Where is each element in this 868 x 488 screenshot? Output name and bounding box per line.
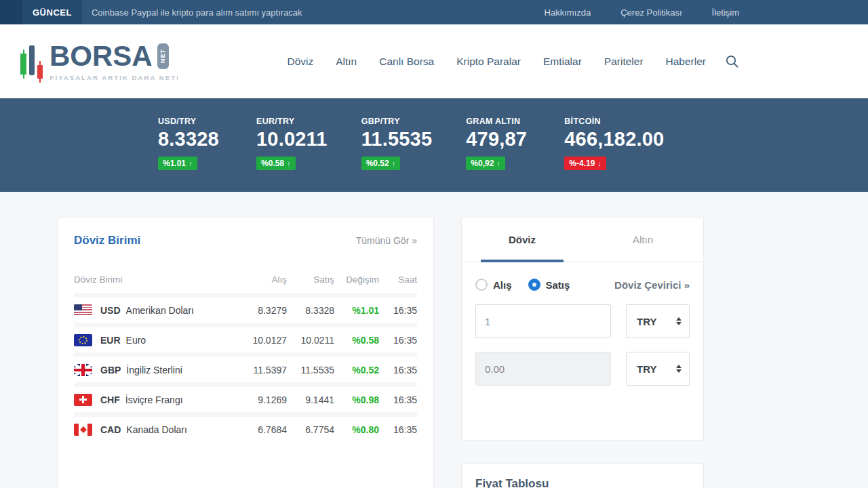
see-all-link[interactable]: Tümünü Gör »	[356, 235, 417, 246]
ticker-item[interactable]: EUR/TRY 10.0211 %0.58 ↑	[256, 117, 328, 192]
time-value: 16:35	[379, 305, 417, 316]
sell-value: 11.5535	[287, 365, 334, 375]
site-header: BORSA NET PİYASALAR ARTIK DAHA NET! Dövi…	[0, 24, 868, 98]
red-candle-icon	[37, 65, 43, 79]
change-value: %0.58	[334, 335, 379, 346]
table-header: Döviz Birimi Alış Satış Değişim Saat	[74, 274, 417, 293]
table-row[interactable]: EUR Euro 10.0127 10.0211 %0.58 16:35	[74, 323, 417, 352]
trend-arrow-icon: ↓	[597, 159, 601, 167]
currency-name: Kanada Doları	[126, 424, 239, 435]
amount-input[interactable]	[475, 304, 611, 338]
result-input[interactable]	[475, 352, 611, 386]
topbar-link[interactable]: Hakkımızda	[545, 7, 591, 18]
ticker-label: EUR/TRY	[256, 117, 328, 126]
market-ticker: USD/TRY 8.3328 %1.01 ↑ EUR/TRY 10.0211 %…	[0, 98, 868, 192]
topbar-link[interactable]: İletişim	[712, 7, 739, 18]
ticker-value: 10.0211	[256, 128, 328, 150]
logo[interactable]: BORSA NET PİYASALAR ARTIK DAHA NET!	[20, 42, 180, 81]
to-currency-select[interactable]: TRY	[626, 352, 690, 386]
currency-code: USD	[100, 305, 121, 316]
nav-item[interactable]: Canlı Borsa	[379, 56, 434, 68]
ticker-item[interactable]: USD/TRY 8.3328 %1.01 ↑	[158, 117, 222, 192]
search-icon[interactable]	[725, 54, 739, 68]
flag-icon	[74, 334, 92, 346]
topbar-link[interactable]: Çerez Politikası	[620, 7, 682, 18]
ticker-label: GBP/TRY	[361, 117, 433, 126]
table-row[interactable]: GBP İngiliz Sterlini 11.5397 11.5535 %0.…	[74, 352, 417, 382]
from-currency-select[interactable]: TRY	[626, 304, 690, 338]
currency-name: İsviçre Frangı	[125, 394, 239, 405]
ticker-item[interactable]: GRAM ALTIN 479,87 %0,92 ↑	[466, 117, 530, 192]
currency-name: Euro	[126, 335, 239, 346]
topbar-left-strip	[0, 0, 22, 24]
logo-stroke	[29, 45, 35, 75]
currency-code: EUR	[100, 335, 121, 346]
column-header-time: Saat	[379, 274, 417, 285]
select-arrows-icon	[676, 365, 682, 373]
ticker-item[interactable]: GBP/TRY 11.5535 %0.52 ↑	[361, 117, 433, 192]
time-value: 16:35	[379, 424, 417, 435]
nav-item[interactable]: Kripto Paralar	[456, 56, 521, 68]
buy-value: 6.7684	[239, 424, 287, 435]
tab[interactable]: Altın	[583, 218, 703, 262]
table-row[interactable]: CHF İsviçre Frangı 9.1269 9.1441 %0.98 1…	[74, 382, 417, 412]
sell-value: 8.3328	[287, 305, 334, 316]
change-value: %-4.19	[569, 159, 595, 168]
nav-item[interactable]: Altın	[336, 56, 357, 68]
time-value: 16:35	[379, 394, 417, 405]
flag-icon	[74, 424, 92, 436]
table-row[interactable]: USD Amerikan Doları 8.3279 8.3328 %1.01 …	[74, 293, 417, 323]
nav-item[interactable]: Döviz	[287, 56, 313, 68]
flag-icon	[74, 304, 92, 317]
table-row[interactable]: CAD Kanada Doları 6.7684 6.7754 %0.80 16…	[74, 412, 417, 442]
from-currency-value: TRY	[637, 316, 656, 327]
trend-arrow-icon: ↑	[189, 159, 193, 167]
buy-value: 8.3279	[239, 305, 287, 316]
main-nav: Döviz Altın Canlı Borsa Kripto Paralar E…	[287, 56, 706, 68]
headline-link[interactable]: Coinbase Paypal ile kripto para alım sat…	[92, 0, 302, 24]
to-currency-value: TRY	[637, 363, 656, 375]
nav-item[interactable]: Haberler	[666, 56, 706, 68]
select-arrows-icon	[676, 317, 682, 325]
tab-label: Altın	[633, 234, 653, 245]
column-header-sell: Satış	[287, 274, 334, 285]
buy-value: 10.0127	[239, 335, 287, 346]
logo-net-badge: NET	[157, 43, 169, 69]
radio-option[interactable]: Satış	[528, 279, 570, 291]
trend-arrow-icon: ↑	[496, 159, 500, 167]
ticker-item[interactable]: BİTCOİN 466,182.00 %-4.19 ↓	[564, 117, 664, 192]
converter-link[interactable]: Döviz Çevirici »	[614, 279, 690, 291]
logo-text: BORSA	[50, 42, 153, 70]
radio-option[interactable]: Alış	[475, 279, 512, 291]
partial-bottom-card: Fiyat Tablosu	[461, 463, 704, 488]
logo-tagline: PİYASALAR ARTIK DAHA NET!	[50, 74, 180, 81]
sell-value: 6.7754	[287, 424, 334, 435]
change-value: %1.01	[163, 159, 186, 168]
change-value: %0.80	[334, 424, 379, 435]
ticker-value: 466,182.00	[564, 128, 664, 150]
ticker-label: USD/TRY	[158, 117, 222, 126]
breaking-badge: GÜNCEL	[22, 0, 82, 24]
currency-code: CAD	[100, 424, 121, 435]
column-header-buy: Alış	[239, 274, 287, 285]
tab-label: Döviz	[509, 234, 536, 245]
tab[interactable]: Döviz	[462, 218, 583, 262]
time-value: 16:35	[379, 335, 417, 346]
sell-value: 10.0211	[287, 335, 334, 346]
trend-arrow-icon: ↑	[392, 159, 396, 167]
change-badge: %0.52 ↑	[361, 157, 401, 170]
nav-item[interactable]: Pariteler	[604, 56, 644, 68]
main-content: Döviz Birimi Tümünü Gör » Döviz Birimi A…	[0, 192, 868, 488]
topbar: GÜNCEL Coinbase Paypal ile kripto para a…	[0, 0, 868, 24]
currency-name: İngiliz Sterlini	[126, 365, 239, 375]
page: GÜNCEL Coinbase Paypal ile kripto para a…	[0, 0, 868, 488]
currency-name: Amerikan Doları	[126, 305, 239, 316]
ticker-value: 479,87	[466, 128, 530, 150]
change-badge: %0.58 ↑	[256, 157, 296, 170]
buy-value: 11.5397	[239, 365, 287, 375]
nav-item[interactable]: Emtialar	[543, 56, 582, 68]
change-value: %1.01	[334, 305, 379, 316]
rates-table-body: USD Amerikan Doları 8.3279 8.3328 %1.01 …	[74, 293, 417, 442]
column-header-change: Değişim	[334, 274, 379, 285]
green-candle-icon	[20, 54, 26, 75]
